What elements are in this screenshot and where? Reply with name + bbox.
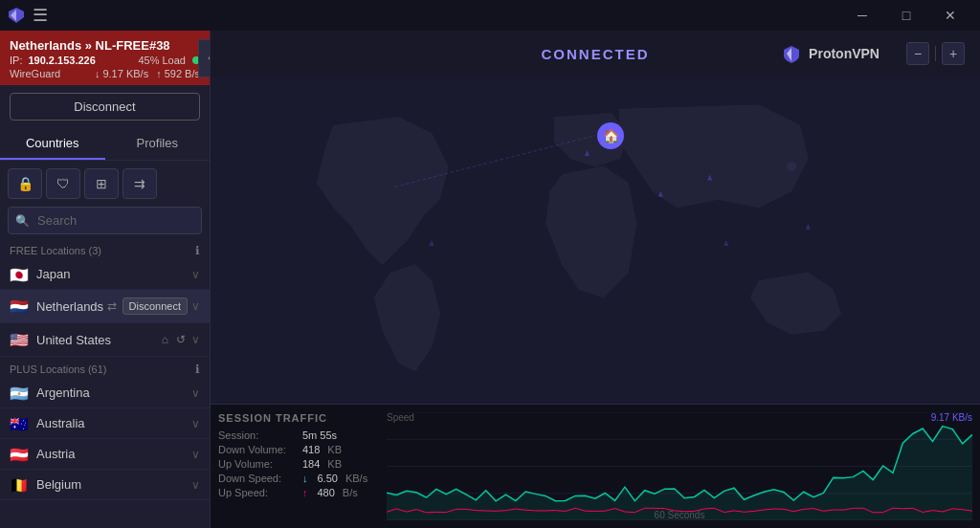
belgium-chevron: ∨ (191, 478, 200, 492)
us-flag: 🇺🇸 (10, 333, 29, 346)
country-item-australia[interactable]: 🇦🇺 Australia ∨ (0, 408, 210, 439)
australia-flag: 🇦🇺 (10, 417, 29, 430)
austria-flag: 🇦🇹 (10, 448, 29, 461)
free-locations-header: FREE Locations (3) ℹ (0, 238, 210, 259)
menu-icon[interactable]: ☰ (33, 5, 48, 26)
maximize-button[interactable]: □ (884, 0, 928, 31)
zoom-in-button[interactable]: + (942, 42, 965, 65)
zoom-out-button[interactable]: − (906, 42, 929, 65)
argentina-chevron: ∨ (191, 386, 200, 400)
us-actions: ⌂ ↺ ∨ (160, 331, 200, 348)
session-value: 5m 55s (302, 429, 337, 441)
netherlands-swap-icon[interactable]: ⇄ (105, 297, 119, 315)
traffic-stats: Session Traffic Session: 5m 55s Down Vol… (218, 412, 371, 520)
tab-countries[interactable]: Countries (0, 128, 105, 160)
netherlands-name: Netherlands (36, 299, 105, 314)
down-speed-arrow: ↓ (302, 473, 308, 484)
map-area[interactable]: 🏠 (211, 77, 980, 404)
time-label: 60 Seconds (655, 510, 705, 520)
app-logo (8, 7, 25, 24)
connected-pin: 🏠 (597, 122, 624, 149)
zoom-controls: − + (906, 42, 965, 65)
speed-label: Speed (387, 412, 414, 423)
up-volume-value: 184 (302, 458, 320, 470)
stat-session: Session: 5m 55s (218, 429, 371, 441)
current-speed-label: 9.17 KB/s (931, 412, 972, 423)
title-bar: ☰ ─ □ ✕ (0, 0, 980, 31)
austria-chevron: ∨ (191, 448, 200, 461)
us-home-icon[interactable]: ⌂ (160, 331, 170, 348)
us-chevron: ∨ (191, 333, 200, 346)
search-box: 🔍 (8, 207, 202, 234)
australia-chevron: ∨ (191, 417, 200, 430)
country-item-belgium[interactable]: 🇧🇪 Belgium ∨ (0, 470, 210, 500)
country-list: FREE Locations (3) ℹ 🇯🇵 Japan ∨ 🇳🇱 Nethe… (0, 238, 210, 528)
speed-display: ↓ 9.17 KB/s ↑ 592 B/s (95, 68, 200, 79)
filter-lock-button[interactable]: 🔒 (8, 168, 42, 199)
sidebar: Netherlands » NL-FREE#38 IP: 190.2.153.2… (0, 31, 211, 528)
netherlands-flag: 🇳🇱 (10, 299, 29, 313)
country-item-austria[interactable]: 🇦🇹 Austria ∨ (0, 439, 210, 470)
world-map (211, 77, 980, 404)
japan-chevron: ∨ (191, 268, 200, 281)
protonvpn-logo: ProtonVPN (782, 44, 880, 63)
filter-grid-button[interactable]: ⊞ (84, 168, 119, 199)
svg-point-3 (787, 162, 796, 171)
traffic-section: Session Traffic Session: 5m 55s Down Vol… (211, 404, 980, 528)
top-bar: CONNECTED ProtonVPN − + (211, 31, 980, 77)
filter-shield-button[interactable]: 🛡 (46, 168, 80, 199)
traffic-graph-canvas (387, 412, 972, 520)
window-controls: ─ □ ✕ (840, 0, 972, 31)
austria-name: Austria (36, 447, 191, 461)
stat-up-volume: Up Volume: 184 KB (218, 458, 371, 470)
upload-speed: ↑ 592 B/s (156, 68, 200, 79)
up-speed-value: 480 (318, 487, 335, 498)
connected-label: CONNECTED (472, 46, 718, 62)
us-refresh-icon[interactable]: ↺ (174, 331, 188, 348)
graph-area: Speed 9.17 KB/s 60 Seconds (387, 412, 972, 520)
session-traffic-title: Session Traffic (218, 412, 371, 424)
filter-arrow-button[interactable]: ⇉ (122, 168, 157, 199)
protonvpn-shield-icon (782, 44, 801, 63)
ip-label: IP: (10, 55, 22, 66)
close-button[interactable]: ✕ (928, 0, 972, 31)
collapse-button[interactable]: ‹ (198, 39, 211, 77)
us-name: United States (36, 333, 160, 347)
australia-name: Australia (36, 416, 191, 430)
minimize-button[interactable]: ─ (840, 0, 884, 31)
zoom-divider (935, 46, 936, 61)
country-item-united-states[interactable]: 🇺🇸 United States ⌂ ↺ ∨ (0, 323, 210, 357)
tab-profiles[interactable]: Profiles (105, 128, 211, 160)
country-item-japan[interactable]: 🇯🇵 Japan ∨ (0, 259, 210, 290)
free-info-icon[interactable]: ℹ (195, 244, 200, 257)
country-item-netherlands[interactable]: 🇳🇱 Netherlands ⇄ Disconnect ∨ (0, 290, 210, 323)
down-speed-unit: KB/s (345, 473, 368, 484)
tabs: Countries Profiles (0, 128, 210, 161)
argentina-name: Argentina (36, 385, 191, 400)
protocol-label: WireGuard (10, 68, 60, 79)
up-volume-unit: KB (327, 458, 342, 470)
belgium-name: Belgium (36, 477, 191, 492)
netherlands-actions: ⇄ Disconnect ∨ (105, 297, 200, 315)
japan-actions: ∨ (191, 268, 200, 281)
down-volume-value: 418 (302, 444, 320, 455)
netherlands-chevron: ∨ (191, 299, 200, 313)
ip-address: 190.2.153.226 (28, 55, 95, 66)
main-layout: Netherlands » NL-FREE#38 IP: 190.2.153.2… (0, 31, 980, 528)
down-speed-value: 6.50 (318, 473, 338, 484)
disconnect-button[interactable]: Disconnect (10, 93, 200, 121)
up-speed-arrow: ↑ (302, 487, 308, 498)
netherlands-disconnect-btn[interactable]: Disconnect (122, 297, 188, 315)
load-indicator: 45% Load (138, 55, 200, 66)
search-input[interactable] (8, 207, 202, 234)
stat-down-volume: Down Volume: 418 KB (218, 444, 371, 455)
filter-icons: 🔒 🛡 ⊞ ⇉ (0, 165, 210, 203)
up-speed-unit: B/s (343, 487, 358, 498)
belgium-flag: 🇧🇪 (10, 478, 29, 492)
country-item-argentina[interactable]: 🇦🇷 Argentina ∨ (0, 378, 210, 408)
down-volume-unit: KB (327, 444, 342, 455)
connection-header: Netherlands » NL-FREE#38 IP: 190.2.153.2… (0, 31, 210, 85)
main-content: CONNECTED ProtonVPN − + (211, 31, 980, 528)
plus-info-icon[interactable]: ℹ (195, 363, 200, 376)
stat-up-speed: Up Speed: ↑ 480 B/s (218, 487, 371, 498)
